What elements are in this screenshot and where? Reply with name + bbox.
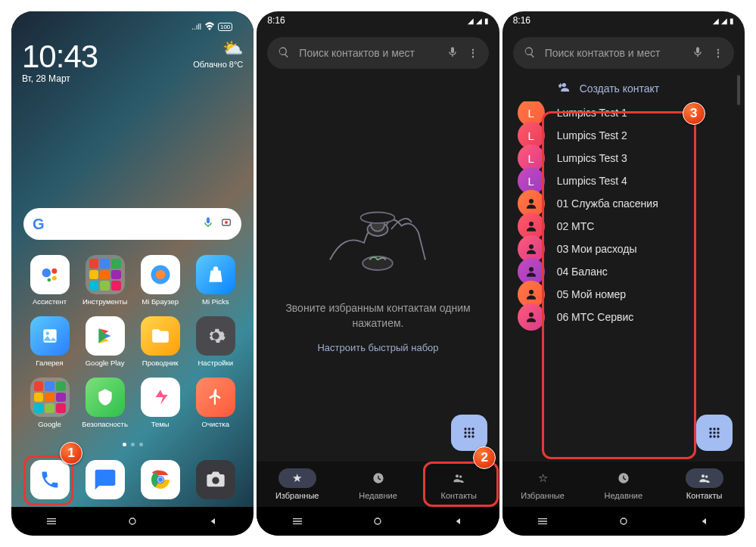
overflow-icon[interactable]: ⋮ [713, 47, 723, 59]
search-icon [524, 46, 536, 61]
svg-point-34 [529, 222, 534, 226]
app-Ассистент[interactable]: Ассистент [25, 255, 74, 306]
tab-favorites[interactable]: ★Избранные [257, 462, 338, 507]
svg-point-49 [705, 475, 708, 477]
contact-avatar [518, 303, 545, 331]
dialpad-button[interactable] [451, 415, 487, 451]
mic-icon[interactable] [202, 216, 214, 232]
app-Проводник[interactable]: Проводник [135, 316, 185, 367]
nav-back[interactable] [698, 514, 711, 528]
contact-name: Lumpics Test 1 [557, 107, 627, 119]
contact-row[interactable]: LLumpics Test 4 [502, 169, 745, 192]
bottom-tabs: ☆Избранные Недавние Контакты [502, 462, 745, 507]
contact-name: 06 МТС Сервис [557, 311, 634, 323]
nav-menu[interactable] [45, 514, 58, 528]
contact-row[interactable]: LLumpics Test 3 [502, 147, 745, 169]
statusbar: ..ıll 100 [22, 17, 243, 36]
search-bar[interactable]: Поиск контактов и мест ⋮ [513, 37, 734, 69]
nav-menu[interactable] [291, 514, 304, 528]
app-Google[interactable]: Google [25, 378, 74, 428]
nav-home[interactable] [617, 514, 630, 528]
svg-point-36 [529, 267, 534, 272]
contact-row[interactable]: 06 МТС Сервис [502, 306, 745, 328]
app-Галерея[interactable]: Галерея [25, 316, 74, 367]
contact-row[interactable]: 02 МТС [502, 215, 745, 238]
app-Инструменты[interactable]: Инструменты [80, 255, 129, 306]
svg-point-50 [621, 518, 627, 524]
add-contact-icon [557, 81, 569, 95]
svg-point-30 [459, 475, 462, 477]
google-logo-icon: G [33, 216, 45, 233]
nav-home[interactable] [371, 514, 384, 528]
contact-row[interactable]: 03 Мои расходы [502, 238, 745, 260]
signal-icon: ◢ [721, 17, 727, 25]
contact-row[interactable]: 05 Мой номер [502, 283, 745, 306]
page-indicator [22, 430, 243, 452]
tab-contacts[interactable]: Контакты [664, 462, 745, 507]
svg-point-25 [471, 431, 474, 434]
app-Очистка[interactable]: Очистка [191, 378, 240, 428]
svg-point-37 [529, 290, 534, 294]
dialpad-button[interactable] [696, 415, 733, 451]
app-Настройки[interactable]: Настройки [191, 316, 240, 367]
nav-back[interactable] [207, 514, 220, 528]
mic-icon[interactable] [692, 46, 704, 61]
weather-widget[interactable]: ⛅ Облачно 8°C [193, 39, 243, 69]
contact-row[interactable]: LLumpics Test 2 [502, 124, 745, 147]
svg-point-23 [464, 431, 466, 434]
clock-widget[interactable]: 10:43 Вт, 28 Март ⛅ Облачно 8°C [22, 39, 243, 84]
svg-point-7 [155, 270, 165, 280]
lens-icon[interactable] [220, 216, 232, 232]
contact-name: Lumpics Test 3 [557, 152, 627, 164]
app-phone[interactable] [30, 460, 70, 499]
battery-icon: 100 [218, 23, 232, 31]
svg-point-38 [529, 312, 534, 317]
tab-recent[interactable]: Недавние [338, 462, 418, 507]
svg-point-43 [713, 431, 715, 434]
svg-point-24 [468, 431, 470, 434]
search-bar[interactable]: Поиск контактов и мест ⋮ [267, 37, 488, 69]
app-Безопасность[interactable]: Безопасность [80, 378, 129, 428]
mic-icon[interactable] [446, 46, 459, 61]
svg-point-27 [468, 435, 470, 437]
contacts-list[interactable]: LLLumpics Test 1LLumpics Test 2LLumpics … [502, 101, 745, 462]
contact-row[interactable]: 01 Служба спасения [502, 192, 745, 215]
app-Темы[interactable]: Темы [135, 378, 185, 428]
tab-recent[interactable]: Недавние [583, 462, 664, 507]
contact-row[interactable]: LLumpics Test 1 [502, 101, 745, 124]
weather-icon: ⛅ [222, 39, 243, 58]
tab-contacts[interactable]: Контакты [418, 462, 499, 507]
search-placeholder: Поиск контактов и мест [545, 47, 683, 59]
svg-point-21 [468, 427, 470, 430]
contact-row[interactable]: 04 Баланс [502, 260, 745, 283]
nav-back[interactable] [452, 514, 465, 528]
navbar [11, 507, 254, 536]
nav-home[interactable] [126, 514, 139, 528]
app-camera[interactable] [196, 460, 235, 499]
svg-point-46 [713, 435, 715, 437]
contact-name: 03 Мои расходы [557, 243, 637, 255]
app-Google Play[interactable]: Google Play [80, 316, 129, 367]
app-Mi Браузер[interactable]: Mi Браузер [135, 255, 185, 306]
create-contact-button[interactable]: Создать контакт [557, 81, 734, 95]
screen-contacts: 8:16 ◢ ◢ ▮ Поиск контактов и мест ⋮ Созд… [502, 11, 745, 536]
navbar [502, 507, 745, 536]
nav-menu[interactable] [536, 514, 549, 528]
screen-favorites: 8:16 ◢ ◢ ▮ Поиск контактов и мест ⋮ [257, 11, 499, 536]
overflow-icon[interactable]: ⋮ [468, 47, 478, 59]
svg-point-42 [709, 431, 711, 434]
app-chrome[interactable] [141, 460, 180, 499]
clock-time: 10:43 [22, 39, 98, 75]
svg-point-1 [225, 221, 228, 224]
clock-date: Вт, 28 Март [22, 73, 98, 84]
svg-point-5 [47, 278, 51, 282]
svg-point-40 [713, 427, 715, 430]
setup-speed-dial-link[interactable]: Настроить быстрый набор [317, 342, 438, 353]
app-messages[interactable] [86, 460, 125, 499]
contact-name: Lumpics Test 2 [557, 129, 627, 141]
tab-favorites[interactable]: ☆Избранные [502, 462, 583, 507]
svg-point-18 [361, 213, 395, 223]
svg-point-28 [471, 435, 474, 437]
app-Mi Picks[interactable]: Mi Picks [191, 255, 240, 306]
google-search-widget[interactable]: G [23, 208, 241, 240]
